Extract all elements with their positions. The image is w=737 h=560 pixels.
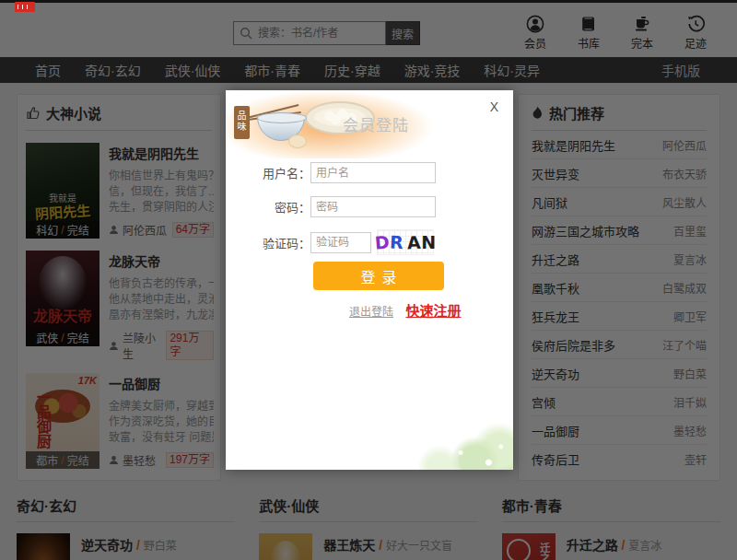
password-label: 密码： <box>226 198 310 216</box>
brand-badge: 品味 <box>234 106 250 139</box>
register-link[interactable]: 快速注册 <box>405 303 461 319</box>
username-field[interactable] <box>310 162 436 183</box>
username-label: 用户名： <box>226 164 310 181</box>
page: 搜索 会员 书库 完本 足迹 首页 奇幻·玄幻 武侠·仙侠 都市·青春 <box>0 0 737 560</box>
password-row: 密码： <box>226 196 513 217</box>
login-modal-header: 品味 会员登陆 X <box>226 90 513 158</box>
close-icon[interactable]: X <box>490 100 498 113</box>
login-modal: 品味 会员登陆 X 用户名： 密码： 验证码： DRAN 登录 退出登陆 <box>226 90 513 470</box>
captcha-row: 验证码： DRAN <box>226 229 513 255</box>
floral-decoration <box>338 409 513 470</box>
captcha-image[interactable]: DRAN <box>377 229 434 255</box>
username-row: 用户名： <box>226 162 513 183</box>
login-modal-title: 会员登陆 <box>343 112 409 135</box>
password-field[interactable] <box>310 196 436 217</box>
site-logo-badge[interactable] <box>15 2 35 12</box>
login-modal-links: 退出登陆 快速注册 <box>349 300 461 320</box>
login-button[interactable]: 登录 <box>313 262 444 290</box>
captcha-label: 验证码： <box>226 234 310 251</box>
logout-link[interactable]: 退出登陆 <box>349 306 393 319</box>
dumpling-illustration <box>288 134 307 148</box>
captcha-field[interactable] <box>310 232 371 253</box>
